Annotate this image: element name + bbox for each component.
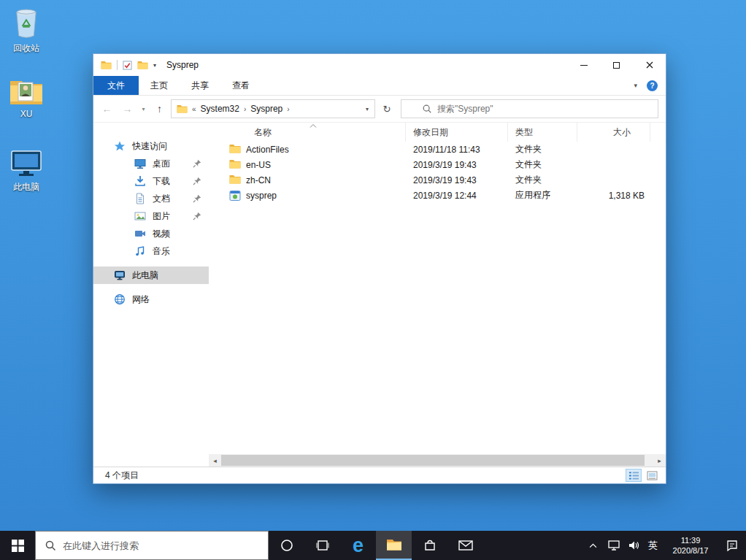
file-name: en-US (246, 160, 271, 170)
column-header-type[interactable]: 类型 (508, 123, 577, 142)
file-explorer-button[interactable] (376, 531, 412, 560)
desktop-icon-this-pc[interactable]: 此电脑 (0, 143, 53, 192)
sidebar-item-this-pc[interactable]: 此电脑 (93, 266, 209, 284)
window-title: Sysprep (166, 60, 199, 70)
sidebar-item-desktop[interactable]: 桌面 (93, 155, 209, 172)
recent-locations-chevron-icon[interactable]: ▾ (139, 106, 148, 112)
file-row-en-us[interactable]: en-US 2019/3/19 19:43 文件夹 (209, 157, 666, 172)
desktop-icon-recycle-bin[interactable]: 回收站 (0, 4, 53, 53)
large-icons-view-button[interactable] (644, 469, 660, 482)
taskbar-search[interactable] (35, 531, 269, 560)
tab-share[interactable]: 共享 (180, 76, 220, 95)
sort-ascending-icon (309, 124, 317, 128)
cortana-button[interactable] (269, 531, 304, 560)
desktop-icon-label: XU (0, 109, 53, 119)
network-icon (608, 540, 620, 551)
sidebar-item-label: 桌面 (153, 158, 170, 170)
help-icon: ? (650, 82, 654, 90)
taskbar-search-input[interactable] (63, 540, 261, 551)
breadcrumb-overflow[interactable]: « (192, 105, 196, 113)
action-center-button[interactable] (718, 531, 746, 560)
document-icon (134, 193, 146, 204)
sidebar-item-music[interactable]: 音乐 (93, 242, 209, 260)
sidebar-item-pictures[interactable]: 图片 (93, 207, 209, 225)
help-button[interactable]: ? (647, 80, 658, 91)
scrollbar-thumb[interactable] (221, 455, 645, 466)
tab-home[interactable]: 主页 (139, 76, 180, 95)
forward-button[interactable]: → (118, 103, 136, 115)
tab-view[interactable]: 查看 (220, 76, 261, 95)
file-type: 文件夹 (508, 143, 577, 156)
refresh-button[interactable]: ↻ (377, 104, 396, 115)
file-row-zh-cn[interactable]: zh-CN 2019/3/19 19:43 文件夹 (209, 172, 666, 188)
windows-logo-icon (12, 540, 24, 552)
search-box[interactable] (401, 99, 658, 118)
sidebar-item-videos[interactable]: 视频 (93, 225, 209, 242)
scroll-left-arrow-icon[interactable]: ◂ (209, 457, 221, 464)
breadcrumb-separator-icon[interactable]: › (287, 105, 289, 113)
ime-indicator[interactable]: 英 (643, 531, 663, 560)
details-view-button[interactable] (626, 469, 642, 482)
address-bar[interactable]: « System32 › Sysprep › ▾ (171, 99, 375, 118)
breadcrumb-system32[interactable]: System32 (201, 104, 239, 114)
clock-time: 11:39 (663, 535, 718, 545)
large-icons-view-icon (647, 471, 658, 480)
explorer-search-input[interactable] (437, 104, 653, 114)
store-button[interactable] (412, 531, 447, 560)
qat-separator (117, 60, 118, 70)
sidebar-item-quick-access[interactable]: 快速访问 (93, 137, 209, 155)
qat-new-folder-button[interactable] (137, 61, 148, 69)
store-icon (423, 539, 437, 552)
item-count: 4 个项目 (105, 469, 139, 482)
clock-date: 2020/8/17 (663, 545, 718, 556)
start-button[interactable] (0, 531, 35, 560)
up-button[interactable]: ↑ (150, 103, 169, 115)
volume-tray-button[interactable] (623, 531, 643, 560)
clock[interactable]: 11:39 2020/8/17 (663, 535, 718, 556)
sidebar-item-documents[interactable]: 文档 (93, 190, 209, 207)
back-button[interactable]: ← (98, 103, 116, 115)
desktop-icon-label: 回收站 (0, 43, 53, 53)
window-controls (567, 54, 666, 76)
column-header-size[interactable]: 大小 (577, 123, 650, 142)
sidebar-item-downloads[interactable]: 下载 (93, 172, 209, 190)
tab-file[interactable]: 文件 (93, 76, 139, 95)
speaker-icon (628, 540, 639, 551)
expand-ribbon-chevron-icon[interactable]: ▾ (624, 82, 647, 89)
network-tray-button[interactable] (604, 531, 623, 560)
sidebar-item-label: 快速访问 (132, 140, 167, 153)
sidebar-item-label: 下载 (153, 175, 170, 188)
task-view-icon (316, 539, 329, 552)
navigation-pane: 快速访问 桌面 下载 (93, 123, 209, 467)
qat-customize-chevron-icon[interactable]: ▾ (153, 62, 156, 69)
scroll-right-arrow-icon[interactable]: ▸ (653, 457, 666, 464)
file-type: 文件夹 (508, 158, 577, 171)
tray-expand-button[interactable] (582, 531, 604, 560)
window-titlebar[interactable]: ▾ Sysprep (93, 54, 666, 76)
horizontal-scrollbar[interactable]: ◂ ▸ (209, 454, 666, 467)
address-folder-icon (177, 104, 188, 113)
breadcrumb-sysprep[interactable]: Sysprep (250, 104, 282, 114)
column-header-name[interactable]: 名称 (209, 123, 406, 142)
sidebar-item-network[interactable]: 网络 (93, 291, 209, 308)
address-dropdown-chevron-icon[interactable]: ▾ (363, 106, 372, 112)
column-header-date[interactable]: 修改日期 (406, 123, 508, 142)
task-view-button[interactable] (304, 531, 340, 560)
user-folder-icon (0, 70, 53, 105)
minimize-icon (580, 65, 588, 66)
file-row-actionfiles[interactable]: ActionFiles 2019/11/18 11:43 文件夹 (209, 142, 666, 157)
breadcrumb-separator-icon[interactable]: › (244, 105, 246, 113)
folder-icon (229, 174, 241, 186)
maximize-button[interactable] (600, 54, 633, 76)
edge-button[interactable]: e (340, 531, 376, 560)
qat-properties-button[interactable] (123, 61, 132, 70)
close-button[interactable] (633, 54, 666, 76)
file-row-sysprep[interactable]: sysprep 2019/3/19 12:44 应用程序 1,318 KB (209, 188, 666, 203)
mail-button[interactable] (447, 531, 483, 560)
edge-icon: e (353, 536, 364, 556)
pin-icon (193, 159, 201, 168)
column-header-row: 名称 修改日期 类型 大小 (209, 123, 666, 142)
minimize-button[interactable] (567, 54, 600, 76)
desktop-icon-user-folder[interactable]: XU (0, 70, 53, 119)
file-date: 2019/3/19 19:43 (406, 175, 508, 185)
